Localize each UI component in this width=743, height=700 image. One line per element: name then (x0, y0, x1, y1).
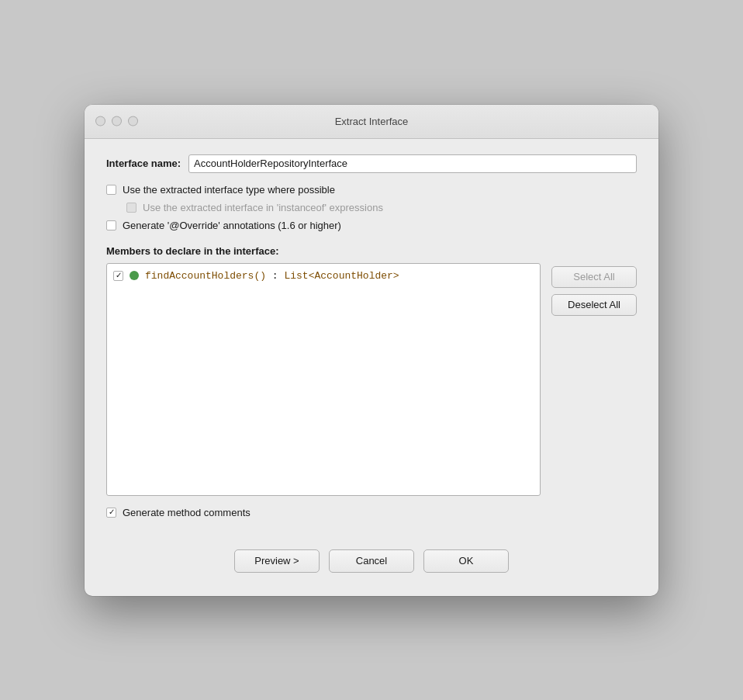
maximize-button[interactable] (128, 116, 138, 126)
override-checkbox[interactable] (106, 220, 116, 230)
preview-button[interactable]: Preview > (234, 549, 320, 573)
footer-buttons: Preview > Cancel OK (85, 549, 658, 573)
member-dot-icon (130, 271, 139, 280)
cancel-button[interactable]: Cancel (329, 549, 414, 573)
member-text-0: findAccountHolders() : List<AccountHolde… (145, 270, 399, 282)
return-type: List<AccountHolder> (284, 270, 399, 282)
interface-name-label: Interface name: (106, 158, 181, 169)
dialog-body: Interface name: Use the extracted interf… (85, 139, 658, 518)
instanceof-row: Use the extracted interface in 'instance… (126, 202, 637, 213)
member-checkbox-0[interactable] (113, 271, 123, 281)
title-bar: Extract Interface (85, 105, 658, 139)
method-comments-label: Generate method comments (123, 507, 251, 518)
method-name: findAccountHolders() (145, 270, 266, 282)
use-extracted-label: Use the extracted interface type where p… (123, 184, 335, 196)
side-buttons: Select All Deselect All (551, 263, 637, 316)
minimize-button[interactable] (112, 116, 122, 126)
deselect-all-button[interactable]: Deselect All (551, 294, 637, 316)
method-comments-row: Generate method comments (106, 507, 637, 518)
override-row: Generate '@Override' annotations (1.6 or… (106, 220, 637, 231)
window-controls (95, 116, 138, 126)
colon: : (266, 270, 284, 282)
ok-button[interactable]: OK (423, 549, 509, 573)
override-label: Generate '@Override' annotations (1.6 or… (123, 220, 341, 231)
interface-name-row: Interface name: (106, 154, 637, 173)
select-all-button[interactable]: Select All (551, 266, 637, 288)
members-area: findAccountHolders() : List<AccountHolde… (106, 263, 637, 496)
instanceof-label: Use the extracted interface in 'instance… (143, 202, 383, 213)
extract-interface-dialog: Extract Interface Interface name: Use th… (85, 105, 658, 596)
close-button[interactable] (95, 116, 105, 126)
members-list[interactable]: findAccountHolders() : List<AccountHolde… (106, 263, 541, 496)
instanceof-checkbox[interactable] (126, 203, 137, 213)
method-comments-checkbox[interactable] (106, 508, 116, 518)
use-extracted-checkbox[interactable] (106, 185, 116, 195)
dialog-title: Extract Interface (335, 116, 409, 127)
members-label: Members to declare in the interface: (106, 245, 637, 257)
interface-name-input[interactable] (188, 154, 637, 173)
use-extracted-row: Use the extracted interface type where p… (106, 184, 637, 196)
table-row[interactable]: findAccountHolders() : List<AccountHolde… (107, 267, 540, 285)
